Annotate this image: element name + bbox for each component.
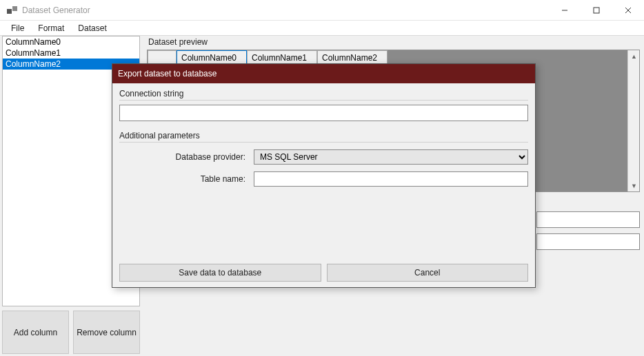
side-inputs <box>536 211 640 255</box>
menubar: File Format Dataset <box>0 21 644 36</box>
table-name-label: Table name: <box>119 174 254 184</box>
menu-format[interactable]: Format <box>31 22 71 34</box>
dialog-title: Export dataset to database <box>112 64 535 83</box>
separator <box>119 142 528 143</box>
menu-file[interactable]: File <box>4 22 31 34</box>
table-name-input[interactable] <box>254 171 528 187</box>
menu-dataset[interactable]: Dataset <box>71 22 113 34</box>
save-data-button[interactable]: Save data to database <box>119 264 321 282</box>
grid-vertical-scrollbar[interactable]: ▲ ▼ <box>627 50 639 191</box>
remove-column-button[interactable]: Remove column <box>73 311 140 354</box>
scroll-down-icon[interactable]: ▼ <box>628 180 640 191</box>
side-input-1[interactable] <box>536 211 640 228</box>
dialog-body: Connection string Additional parameters … <box>112 83 535 287</box>
close-button[interactable] <box>612 0 644 21</box>
column-buttons: Add column Remove column <box>2 311 140 354</box>
add-column-button[interactable]: Add column <box>2 311 69 354</box>
maximize-button[interactable] <box>581 0 612 21</box>
additional-params-label: Additional parameters <box>119 131 528 140</box>
cancel-button[interactable]: Cancel <box>327 264 529 282</box>
svg-rect-0 <box>7 9 12 14</box>
dialog-buttons: Save data to database Cancel <box>119 264 528 282</box>
column-list-item[interactable]: ColumnName0 <box>3 36 139 48</box>
window-controls <box>549 0 644 21</box>
svg-rect-1 <box>12 6 17 11</box>
side-input-2[interactable] <box>536 233 640 250</box>
scroll-up-icon[interactable]: ▲ <box>628 50 640 62</box>
database-provider-label: Database provider: <box>119 152 254 162</box>
window-titlebar: Dataset Generator <box>0 0 644 21</box>
connection-string-input[interactable] <box>119 105 528 121</box>
connection-string-label: Connection string <box>119 89 528 98</box>
minimize-button[interactable] <box>549 0 581 21</box>
svg-rect-3 <box>594 8 599 13</box>
database-provider-select[interactable]: MS SQL Server <box>254 149 528 165</box>
app-icon <box>7 6 18 14</box>
export-dialog: Export dataset to database Connection st… <box>112 63 536 288</box>
separator <box>119 100 528 101</box>
window-title: Dataset Generator <box>22 6 90 15</box>
column-list-item[interactable]: ColumnName1 <box>3 48 139 59</box>
preview-label: Dataset preview <box>147 36 640 50</box>
